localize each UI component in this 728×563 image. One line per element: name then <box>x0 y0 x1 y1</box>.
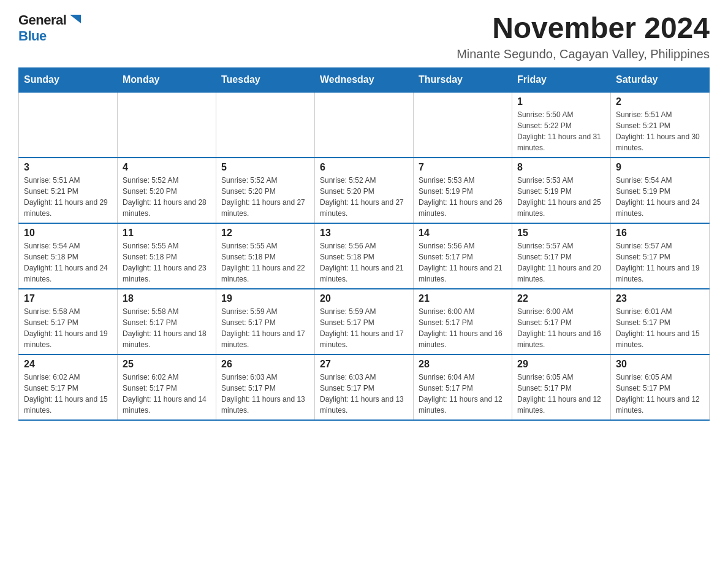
calendar-cell: 30Sunrise: 6:05 AM Sunset: 5:17 PM Dayli… <box>611 354 710 420</box>
weekday-header-tuesday: Tuesday <box>216 67 315 92</box>
weekday-header-row: SundayMondayTuesdayWednesdayThursdayFrid… <box>19 67 710 92</box>
calendar-cell <box>315 92 414 158</box>
calendar-cell <box>19 92 118 158</box>
day-number: 16 <box>616 228 704 239</box>
calendar-cell: 16Sunrise: 5:57 AM Sunset: 5:17 PM Dayli… <box>611 223 710 289</box>
day-info: Sunrise: 6:00 AM Sunset: 5:17 PM Dayligh… <box>419 306 507 350</box>
day-number: 13 <box>320 228 408 239</box>
calendar-cell: 10Sunrise: 5:54 AM Sunset: 5:18 PM Dayli… <box>19 223 118 289</box>
day-number: 14 <box>419 228 507 239</box>
day-number: 5 <box>221 162 309 173</box>
title-area: November 2024 Minante Segundo, Cagayan V… <box>457 12 710 61</box>
calendar-cell: 21Sunrise: 6:00 AM Sunset: 5:17 PM Dayli… <box>414 289 512 354</box>
day-info: Sunrise: 5:54 AM Sunset: 5:18 PM Dayligh… <box>24 240 112 285</box>
day-number: 18 <box>123 293 211 304</box>
calendar-cell: 26Sunrise: 6:03 AM Sunset: 5:17 PM Dayli… <box>216 354 315 420</box>
day-info: Sunrise: 5:57 AM Sunset: 5:17 PM Dayligh… <box>517 240 605 285</box>
day-info: Sunrise: 5:55 AM Sunset: 5:18 PM Dayligh… <box>123 240 211 285</box>
day-info: Sunrise: 5:57 AM Sunset: 5:17 PM Dayligh… <box>616 240 704 285</box>
calendar-cell: 23Sunrise: 6:01 AM Sunset: 5:17 PM Dayli… <box>611 289 710 354</box>
logo: General Blue <box>18 12 82 44</box>
day-number: 4 <box>123 162 211 173</box>
day-number: 9 <box>616 162 704 173</box>
day-info: Sunrise: 5:51 AM Sunset: 5:21 PM Dayligh… <box>616 109 704 153</box>
day-number: 3 <box>24 162 112 173</box>
day-info: Sunrise: 5:59 AM Sunset: 5:17 PM Dayligh… <box>221 306 309 350</box>
day-info: Sunrise: 6:05 AM Sunset: 5:17 PM Dayligh… <box>616 372 704 416</box>
day-info: Sunrise: 5:55 AM Sunset: 5:18 PM Dayligh… <box>221 240 309 285</box>
calendar-cell: 4Sunrise: 5:52 AM Sunset: 5:20 PM Daylig… <box>118 158 216 223</box>
day-number: 25 <box>123 359 211 370</box>
day-info: Sunrise: 6:02 AM Sunset: 5:17 PM Dayligh… <box>123 372 211 416</box>
day-number: 11 <box>123 228 211 239</box>
logo-general-text: General <box>18 12 66 28</box>
calendar-cell <box>216 92 315 158</box>
day-info: Sunrise: 5:52 AM Sunset: 5:20 PM Dayligh… <box>320 175 408 219</box>
day-info: Sunrise: 5:56 AM Sunset: 5:18 PM Dayligh… <box>320 240 408 285</box>
calendar-cell <box>414 92 512 158</box>
day-info: Sunrise: 5:52 AM Sunset: 5:20 PM Dayligh… <box>123 175 211 219</box>
calendar-cell: 5Sunrise: 5:52 AM Sunset: 5:20 PM Daylig… <box>216 158 315 223</box>
day-info: Sunrise: 5:50 AM Sunset: 5:22 PM Dayligh… <box>517 109 605 153</box>
day-info: Sunrise: 5:59 AM Sunset: 5:17 PM Dayligh… <box>320 306 408 350</box>
calendar-cell: 15Sunrise: 5:57 AM Sunset: 5:17 PM Dayli… <box>512 223 611 289</box>
day-number: 6 <box>320 162 408 173</box>
day-number: 30 <box>616 359 704 370</box>
day-info: Sunrise: 6:03 AM Sunset: 5:17 PM Dayligh… <box>221 372 309 416</box>
day-info: Sunrise: 6:05 AM Sunset: 5:17 PM Dayligh… <box>517 372 605 416</box>
day-number: 12 <box>221 228 309 239</box>
calendar-cell: 27Sunrise: 6:03 AM Sunset: 5:17 PM Dayli… <box>315 354 414 420</box>
day-info: Sunrise: 5:58 AM Sunset: 5:17 PM Dayligh… <box>24 306 112 350</box>
calendar-cell: 6Sunrise: 5:52 AM Sunset: 5:20 PM Daylig… <box>315 158 414 223</box>
calendar-week-row: 10Sunrise: 5:54 AM Sunset: 5:18 PM Dayli… <box>19 223 710 289</box>
day-number: 17 <box>24 293 112 304</box>
day-info: Sunrise: 6:01 AM Sunset: 5:17 PM Dayligh… <box>616 306 704 350</box>
day-number: 10 <box>24 228 112 239</box>
day-number: 19 <box>221 293 309 304</box>
day-number: 2 <box>616 96 704 107</box>
day-number: 15 <box>517 228 605 239</box>
svg-marker-0 <box>70 15 81 23</box>
day-info: Sunrise: 5:52 AM Sunset: 5:20 PM Dayligh… <box>221 175 309 219</box>
calendar-table: SundayMondayTuesdayWednesdayThursdayFrid… <box>18 67 710 421</box>
day-number: 26 <box>221 359 309 370</box>
day-number: 23 <box>616 293 704 304</box>
weekday-header-friday: Friday <box>512 67 611 92</box>
day-number: 1 <box>517 96 605 107</box>
calendar-cell: 17Sunrise: 5:58 AM Sunset: 5:17 PM Dayli… <box>19 289 118 354</box>
day-number: 27 <box>320 359 408 370</box>
calendar-cell: 9Sunrise: 5:54 AM Sunset: 5:19 PM Daylig… <box>611 158 710 223</box>
weekday-header-monday: Monday <box>118 67 216 92</box>
day-number: 28 <box>419 359 507 370</box>
day-number: 22 <box>517 293 605 304</box>
day-info: Sunrise: 5:53 AM Sunset: 5:19 PM Dayligh… <box>419 175 507 219</box>
weekday-header-wednesday: Wednesday <box>315 67 414 92</box>
weekday-header-saturday: Saturday <box>611 67 710 92</box>
day-number: 24 <box>24 359 112 370</box>
weekday-header-thursday: Thursday <box>414 67 512 92</box>
day-number: 20 <box>320 293 408 304</box>
weekday-header-sunday: Sunday <box>19 67 118 92</box>
calendar-cell: 24Sunrise: 6:02 AM Sunset: 5:17 PM Dayli… <box>19 354 118 420</box>
calendar-cell: 7Sunrise: 5:53 AM Sunset: 5:19 PM Daylig… <box>414 158 512 223</box>
calendar-cell: 12Sunrise: 5:55 AM Sunset: 5:18 PM Dayli… <box>216 223 315 289</box>
day-info: Sunrise: 5:54 AM Sunset: 5:19 PM Dayligh… <box>616 175 704 219</box>
day-info: Sunrise: 5:51 AM Sunset: 5:21 PM Dayligh… <box>24 175 112 219</box>
calendar-cell: 19Sunrise: 5:59 AM Sunset: 5:17 PM Dayli… <box>216 289 315 354</box>
logo-triangle-icon <box>69 12 82 26</box>
page-header: General Blue November 2024 Minante Segun… <box>18 12 710 61</box>
calendar-week-row: 17Sunrise: 5:58 AM Sunset: 5:17 PM Dayli… <box>19 289 710 354</box>
calendar-cell <box>118 92 216 158</box>
calendar-cell: 25Sunrise: 6:02 AM Sunset: 5:17 PM Dayli… <box>118 354 216 420</box>
calendar-cell: 22Sunrise: 6:00 AM Sunset: 5:17 PM Dayli… <box>512 289 611 354</box>
calendar-cell: 8Sunrise: 5:53 AM Sunset: 5:19 PM Daylig… <box>512 158 611 223</box>
calendar-week-row: 1Sunrise: 5:50 AM Sunset: 5:22 PM Daylig… <box>19 92 710 158</box>
calendar-cell: 20Sunrise: 5:59 AM Sunset: 5:17 PM Dayli… <box>315 289 414 354</box>
day-number: 7 <box>419 162 507 173</box>
day-info: Sunrise: 5:56 AM Sunset: 5:17 PM Dayligh… <box>419 240 507 285</box>
month-title: November 2024 <box>457 12 710 45</box>
calendar-cell: 18Sunrise: 5:58 AM Sunset: 5:17 PM Dayli… <box>118 289 216 354</box>
day-info: Sunrise: 6:02 AM Sunset: 5:17 PM Dayligh… <box>24 372 112 416</box>
calendar-cell: 28Sunrise: 6:04 AM Sunset: 5:17 PM Dayli… <box>414 354 512 420</box>
logo-blue-text: Blue <box>18 28 47 44</box>
